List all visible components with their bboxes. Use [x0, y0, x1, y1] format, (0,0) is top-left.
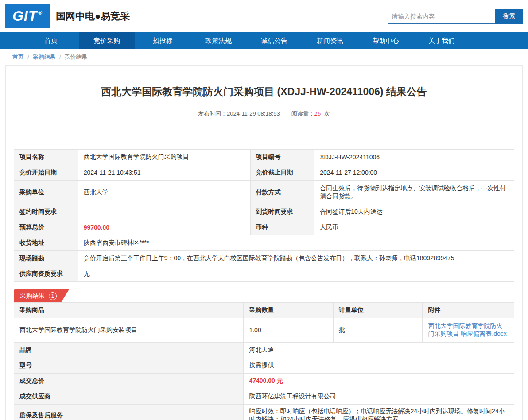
currency-value: 人民币 [314, 220, 514, 235]
table-row: 成交供应商 陕西环亿建筑工程设计有限公司 [14, 389, 514, 405]
logo-text: GIT [12, 8, 37, 24]
breadcrumb: 首页 / 采购结果 / 竞价结果 [0, 49, 528, 65]
page-title: 西北大学国际教育学院防火门采购项目 (XDJJ-HW-202411006) 结果… [14, 66, 514, 97]
delivery-time-value: 合同签订后10天内送达 [314, 204, 514, 220]
nav-item-bidding-purchase[interactable]: 竞价采购 [79, 32, 135, 49]
attachment-link[interactable]: 西北大学国际教育学院防火门采购项目 响应偏离表.docx [428, 322, 506, 337]
quantity-value: 1.00 [244, 318, 334, 343]
breadcrumb-purchase-results[interactable]: 采购结果 [33, 53, 56, 61]
breadcrumb-separator: / [59, 54, 61, 61]
start-date-value: 2024-11-21 10:43:51 [78, 165, 250, 181]
table-header-row: 采购商品 采购数量 计量单位 附件 [14, 303, 514, 318]
project-no-value: XDJJ-HW-202411006 [314, 150, 514, 165]
supplier-label: 成交供应商 [14, 389, 244, 405]
table-row: 西北大学国际教育学院防火门采购安装项目 1.00 批 西北大学国际教育学院防火门… [14, 318, 514, 343]
search-area: 搜索 [388, 9, 523, 24]
table-row: 预算总价 99700.00 币种 人民币 [14, 220, 514, 235]
publish-time-label: 发布时间： [198, 110, 227, 117]
project-info-table: 项目名称 西北大学国际教育学院防火门采购项目 项目编号 XDJJ-HW-2024… [14, 149, 514, 282]
project-name-label: 项目名称 [14, 150, 78, 165]
table-row: 成交总价 47400.00 元 [14, 374, 514, 389]
start-date-label: 竞价开始日期 [14, 165, 78, 181]
supplier-value: 陕西环亿建筑工程设计有限公司 [244, 389, 514, 405]
header-product: 采购商品 [14, 303, 244, 318]
model-label: 型号 [14, 358, 244, 374]
purchase-result-badge: 采购结果 1 [14, 289, 69, 302]
deal-price-label: 成交总价 [14, 374, 244, 389]
brand-title: 国网中电●易竞采 [56, 10, 130, 23]
brand-value: 河北天通 [244, 343, 514, 358]
sign-time-value [78, 204, 250, 220]
project-no-label: 项目编号 [250, 150, 314, 165]
end-date-label: 竞价截止日期 [250, 165, 314, 181]
model-value: 按需提供 [244, 358, 514, 374]
brand-label: 品牌 [14, 343, 244, 358]
address-label: 收货地址 [14, 235, 78, 251]
badge-label: 采购结果 [20, 292, 45, 300]
main-nav: 首页 竞价采购 招投标 政策法规 诚信公告 新闻资讯 帮助中心 关于我们 [0, 32, 528, 49]
dashed-divider [14, 132, 514, 132]
table-row: 收货地址 陕西省西安市碑林区**** [14, 235, 514, 251]
table-row: 项目名称 西北大学国际教育学院防火门采购项目 项目编号 XDJJ-HW-2024… [14, 150, 514, 165]
breadcrumb-separator: / [27, 54, 29, 61]
table-row: 质保及售后服务 响应时效：即时响应（包括电话响应）；电话响应无法解决24小时内到… [14, 405, 514, 420]
breadcrumb-current: 竞价结果 [64, 53, 87, 61]
qualification-value: 无 [78, 266, 514, 282]
survey-label: 现场踏勘 [14, 251, 78, 266]
end-date-value: 2024-11-27 12:00:00 [314, 165, 514, 181]
views-count: 16 [314, 110, 321, 117]
table-row: 采购单位 西北大学 付款方式 合同生效后，待货物到达指定地点、安装调试验收合格后… [14, 181, 514, 204]
budget-value: 99700.00 [78, 220, 250, 235]
nav-item-policy[interactable]: 政策法规 [190, 32, 246, 49]
warranty-value: 响应时效：即时响应（包括电话响应）；电话响应无法解决24小时内到达现场。修复时间… [244, 405, 514, 420]
sign-time-label: 签约时间要求 [14, 204, 78, 220]
search-input[interactable] [388, 9, 495, 24]
buyer-label: 采购单位 [14, 181, 78, 204]
breadcrumb-home[interactable]: 首页 [12, 53, 24, 61]
qualification-label: 供应商资质要求 [14, 266, 78, 282]
address-value: 陕西省西安市碑林区**** [78, 235, 514, 251]
top-header: GIT® 国网中电●易竞采 搜索 [0, 0, 528, 32]
purchase-result-table: 采购商品 采购数量 计量单位 附件 西北大学国际教育学院防火门采购安装项目 1.… [14, 302, 514, 420]
nav-item-integrity[interactable]: 诚信公告 [246, 32, 302, 49]
views-label: 阅读量： [291, 110, 314, 117]
content-card: 西北大学国际教育学院防火门采购项目 (XDJJ-HW-202411006) 结果… [5, 65, 523, 420]
product-value: 西北大学国际教育学院防火门采购安装项目 [14, 318, 244, 343]
nav-item-home[interactable]: 首页 [23, 32, 79, 49]
header-quantity: 采购数量 [244, 303, 334, 318]
table-row: 型号 按需提供 [14, 358, 514, 374]
table-row: 现场踏勘 竞价开启后第三个工作日上午9：00，在西北大学太白校区国际教育学院踏勘… [14, 251, 514, 266]
table-row: 竞价开始日期 2024-11-21 10:43:51 竞价截止日期 2024-1… [14, 165, 514, 181]
nav-item-help[interactable]: 帮助中心 [358, 32, 414, 49]
table-row: 供应商资质要求 无 [14, 266, 514, 282]
article-meta: 发布时间：2024-11-29 08:18:53阅读量：16 次 [14, 110, 514, 118]
deal-price-value: 47400.00 元 [244, 374, 514, 389]
payment-label: 付款方式 [250, 181, 314, 204]
search-button[interactable]: 搜索 [495, 9, 523, 24]
table-row: 签约时间要求 到货时间要求 合同签订后10天内送达 [14, 204, 514, 220]
header-unit: 计量单位 [333, 303, 422, 318]
budget-label: 预算总价 [14, 220, 78, 235]
git-logo[interactable]: GIT® [5, 4, 50, 28]
survey-value: 竞价开启后第三个工作日上午9：00，在西北大学太白校区国际教育学院踏勘（包含公告… [78, 251, 514, 266]
registered-mark-icon: ® [38, 10, 43, 16]
payment-value: 合同生效后，待货物到达指定地点、安装调试验收合格后，一次性付清合同货款。 [314, 181, 514, 204]
unit-value: 批 [333, 318, 422, 343]
nav-item-tender[interactable]: 招投标 [135, 32, 190, 49]
publish-time: 2024-11-29 08:18:53 [227, 110, 280, 117]
warranty-label: 质保及售后服务 [14, 405, 244, 420]
project-name-value: 西北大学国际教育学院防火门采购项目 [78, 150, 250, 165]
currency-label: 币种 [250, 220, 314, 235]
nav-item-news[interactable]: 新闻资讯 [302, 32, 358, 49]
header-attachment: 附件 [423, 303, 514, 318]
table-row: 品牌 河北天通 [14, 343, 514, 358]
badge-number-icon: 1 [49, 292, 57, 300]
result-badge-wrap: 采购结果 1 [14, 289, 514, 302]
buyer-value: 西北大学 [78, 181, 250, 204]
views-unit: 次 [324, 110, 330, 117]
delivery-time-label: 到货时间要求 [250, 204, 314, 220]
nav-item-about[interactable]: 关于我们 [414, 32, 470, 49]
